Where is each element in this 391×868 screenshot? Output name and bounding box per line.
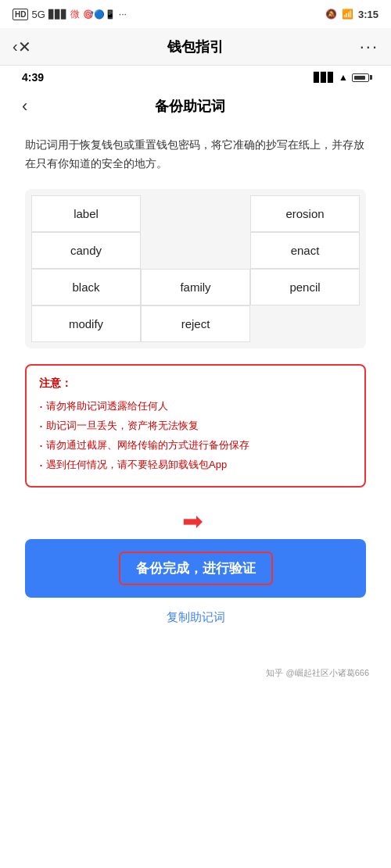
signal-icon: ▊▊▊ <box>48 9 67 20</box>
warning-item-4: 遇到任何情况，请不要轻易卸载钱包App <box>39 455 352 475</box>
inner-battery-icon <box>352 73 369 82</box>
warning-box: 注意： 请勿将助记词透露给任何人 助记词一旦丢失，资产将无法恢复 请勿通过截屏、… <box>25 364 366 488</box>
word-cell-3: erosion <box>250 195 360 232</box>
description-text: 助记词用于恢复钱包或重置钱包密码，将它准确的抄写在纸上，并存放在只有你知道的安全… <box>25 136 366 173</box>
word-cell-12 <box>250 305 360 342</box>
inner-nav-bar: ‹ 备份助记词 <box>9 89 382 123</box>
word-cell-11: reject <box>141 305 250 342</box>
time-display: 3:15 <box>358 9 378 20</box>
warning-item-1: 请勿将助记词透露给任何人 <box>39 397 352 416</box>
red-arrow-icon: ➡ <box>182 506 203 536</box>
word-cell-4: candy <box>31 232 141 269</box>
word-cell-10: modify <box>31 305 141 342</box>
verify-button[interactable]: 备份完成，进行验证 <box>25 539 366 598</box>
outer-nav-bar: ‹ ✕ 钱包指引 ··· <box>0 28 391 66</box>
word-cell-2 <box>141 195 250 232</box>
outer-more-button[interactable]: ··· <box>360 37 378 57</box>
inner-nav-title: 备份助记词 <box>27 97 352 116</box>
word-cell-6: enact <box>250 232 360 269</box>
hd-icon: HD <box>13 9 28 20</box>
inner-back-button[interactable]: ‹ <box>22 96 27 116</box>
inner-signal-icon: ▊▊▊ <box>314 72 335 83</box>
copy-mnemonic-link[interactable]: 复制助记词 <box>25 610 366 625</box>
app-icons: 🎯🔵📱 <box>83 9 116 20</box>
mnemonic-word-grid: label erosion candy enact black family p… <box>25 189 366 348</box>
outer-status-left: HD 5G ▊▊▊ 微 🎯🔵📱 ··· <box>13 8 127 21</box>
outer-nav-title: 钱包指引 <box>31 38 360 56</box>
outer-close-button[interactable]: ✕ <box>18 38 31 56</box>
inner-status-bar: 4:39 ▊▊▊ ▲ <box>9 66 382 89</box>
inner-wifi-icon: ▲ <box>339 72 348 83</box>
outer-status-right: 🔕 📶 3:15 <box>325 9 378 20</box>
inner-phone-frame: 4:39 ▊▊▊ ▲ ‹ 备份助记词 助记词用于恢复钱包或重置钱包密码，将它准确… <box>9 66 382 688</box>
word-cell-7: black <box>31 269 141 305</box>
word-cell-9: pencil <box>250 269 360 305</box>
outer-back-button[interactable]: ‹ <box>13 38 18 55</box>
outer-status-bar: HD 5G ▊▊▊ 微 🎯🔵📱 ··· 🔕 📶 3:15 <box>0 0 391 28</box>
weibo-icon: 微 <box>70 8 80 21</box>
arrow-annotation: ➡ <box>25 506 366 536</box>
warning-title: 注意： <box>39 377 352 391</box>
more-dots: ··· <box>119 9 127 20</box>
mute-icon: 🔕 <box>325 9 337 20</box>
signal-bars: 5G <box>31 9 45 20</box>
inner-status-icons: ▊▊▊ ▲ <box>314 72 369 83</box>
word-cell-8: family <box>141 269 250 305</box>
verify-button-label: 备份完成，进行验证 <box>119 552 273 585</box>
warning-item-3: 请勿通过截屏、网络传输的方式进行备份保存 <box>39 436 352 455</box>
page-content: 助记词用于恢复钱包或重置钱包密码，将它准确的抄写在纸上，并存放在只有你知道的安全… <box>9 123 382 661</box>
watermark: 知乎 @崛起社区小诸葛666 <box>9 661 382 688</box>
word-cell-5 <box>141 232 250 269</box>
word-cell-1: label <box>31 195 141 232</box>
wifi-icon: 📶 <box>342 9 353 20</box>
inner-time: 4:39 <box>22 71 44 84</box>
warning-item-2: 助记词一旦丢失，资产将无法恢复 <box>39 416 352 436</box>
